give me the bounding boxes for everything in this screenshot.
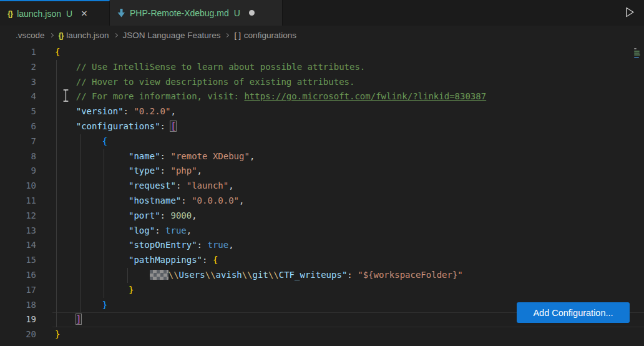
code-token: : — [160, 151, 171, 161]
line-number[interactable]: 6 — [0, 119, 36, 134]
line-number[interactable]: 18 — [0, 298, 36, 313]
code-line[interactable]: } — [55, 283, 134, 298]
tab-launch-json[interactable]: {} launch.json U × — [0, 0, 110, 26]
code-token: : — [176, 180, 187, 190]
minimap-mark — [634, 54, 640, 56]
line-number[interactable]: 1 — [0, 45, 36, 60]
code-token: git — [253, 270, 268, 280]
code-token — [55, 180, 129, 190]
code-token: , — [239, 195, 244, 205]
code-line[interactable]: // Hover to view descriptions of existin… — [55, 75, 354, 90]
code-token: true — [165, 225, 187, 235]
code-token — [55, 106, 76, 116]
code-token: \\ — [168, 270, 179, 280]
code-token: } — [55, 329, 60, 339]
chevron-right-icon — [49, 33, 53, 37]
code-token: "launch" — [187, 180, 228, 190]
line-number[interactable]: 13 — [0, 224, 36, 239]
line-number[interactable]: 2 — [0, 60, 36, 75]
code-token: ] — [76, 314, 81, 324]
code-token: "0.2.0" — [134, 106, 170, 116]
line-number[interactable]: 15 — [0, 253, 36, 268]
code-token: , — [228, 180, 233, 190]
line-number[interactable]: 5 — [0, 104, 36, 119]
code-token: "0.0.0.0" — [192, 195, 239, 205]
code-line[interactable]: ] — [55, 312, 81, 327]
minimap[interactable] — [633, 45, 644, 346]
code-token: : — [160, 166, 171, 175]
code-token — [55, 225, 129, 235]
line-number[interactable]: 20 — [0, 327, 36, 342]
code-token: 9000 — [170, 210, 192, 220]
close-icon[interactable]: × — [81, 8, 87, 19]
tab-bar: {} launch.json U × PHP-Remote-Xdebug.md … — [0, 0, 644, 26]
code-line[interactable]: "version": "0.2.0", — [55, 104, 176, 119]
code-line[interactable]: { — [55, 134, 107, 149]
code-token: \\ — [205, 270, 216, 280]
code-line[interactable]: "pathMappings": { — [55, 253, 218, 268]
code-token — [55, 136, 102, 146]
line-number[interactable]: 8 — [0, 149, 36, 164]
code-token: [ — [170, 121, 175, 131]
code-token: } — [129, 285, 134, 295]
code-token: Users — [179, 270, 205, 280]
code-token — [55, 151, 129, 161]
code-token: : — [160, 210, 171, 220]
tab-php-remote-xdebug-md[interactable]: PHP-Remote-Xdebug.md U — [110, 0, 283, 26]
line-number[interactable]: 3 — [0, 75, 36, 90]
breadcrumb-item-configurations[interactable]: [ ] configurations — [234, 31, 296, 40]
line-number[interactable]: 4 — [0, 89, 36, 104]
line-number[interactable]: 7 — [0, 134, 36, 149]
modified-dot-icon[interactable] — [249, 10, 255, 16]
line-number[interactable]: 9 — [0, 164, 36, 179]
line-number[interactable]: 19 — [0, 312, 36, 327]
code-line[interactable]: "port": 9000, — [55, 209, 197, 224]
line-number[interactable]: 11 — [0, 194, 36, 209]
code-token: "version" — [76, 106, 124, 116]
line-number[interactable]: 16 — [0, 268, 36, 283]
code-line[interactable]: "stopOnEntry": true, — [55, 238, 234, 253]
code-token: "stopOnEntry" — [129, 240, 197, 250]
breadcrumb-item-launch-json[interactable]: {} launch.json — [59, 31, 109, 40]
code-token: // Hover to view descriptions of existin… — [55, 77, 354, 87]
code-line[interactable]: "configurations": [ — [55, 119, 176, 134]
code-line[interactable]: } — [55, 327, 60, 342]
breadcrumb-item-json-language-features[interactable]: JSON Language Features — [123, 31, 221, 40]
code-line[interactable]: "name": "remote XDebug", — [55, 149, 255, 164]
code-token: : — [160, 121, 171, 131]
line-number[interactable]: 17 — [0, 283, 36, 298]
chevron-right-icon — [225, 33, 229, 37]
code-token: "port" — [129, 210, 160, 220]
code-token: "configurations" — [76, 121, 160, 131]
code-token: // Use IntelliSense to learn about possi… — [55, 62, 365, 72]
code-line[interactable]: } — [55, 298, 107, 313]
run-button[interactable] — [623, 5, 637, 19]
code-line[interactable]: // For more information, visit: https://… — [55, 89, 486, 104]
breadcrumb: .vscode {} launch.json JSON Language Fea… — [0, 26, 644, 45]
minimap-mark — [634, 48, 637, 49]
code-line[interactable]: "request": "launch", — [55, 179, 234, 194]
add-configuration-button[interactable]: Add Configuration... — [517, 302, 630, 323]
code-token: { — [55, 47, 60, 57]
code-line[interactable]: "type": "php", — [55, 164, 202, 179]
code-token — [55, 210, 129, 220]
breadcrumb-label: JSON Language Features — [123, 31, 221, 40]
code-token: "pathMappings" — [129, 255, 202, 265]
line-number[interactable]: 14 — [0, 238, 36, 253]
code-token: // For more information, visit: — [55, 91, 244, 101]
line-number[interactable]: 10 — [0, 179, 36, 194]
code-line[interactable]: \\Users\\avish\\git\\CTF_writeups": "${w… — [55, 268, 463, 283]
code-line[interactable]: "hostname": "0.0.0.0", — [55, 194, 244, 209]
code-line[interactable]: { — [55, 45, 60, 60]
array-icon: [ ] — [234, 31, 240, 40]
code-token: , — [228, 240, 233, 250]
code-token — [55, 166, 129, 175]
breadcrumb-item-vscode[interactable]: .vscode — [16, 31, 45, 40]
code-line[interactable]: "log": true, — [55, 224, 192, 239]
breadcrumb-label: launch.json — [66, 31, 109, 40]
git-status-badge: U — [234, 8, 240, 18]
editor[interactable]: 1234567891011121314151617181920 { // Use… — [0, 45, 644, 346]
line-number[interactable]: 12 — [0, 209, 36, 224]
code-line[interactable]: // Use IntelliSense to learn about possi… — [55, 60, 365, 75]
json-file-icon: {} — [7, 9, 12, 18]
